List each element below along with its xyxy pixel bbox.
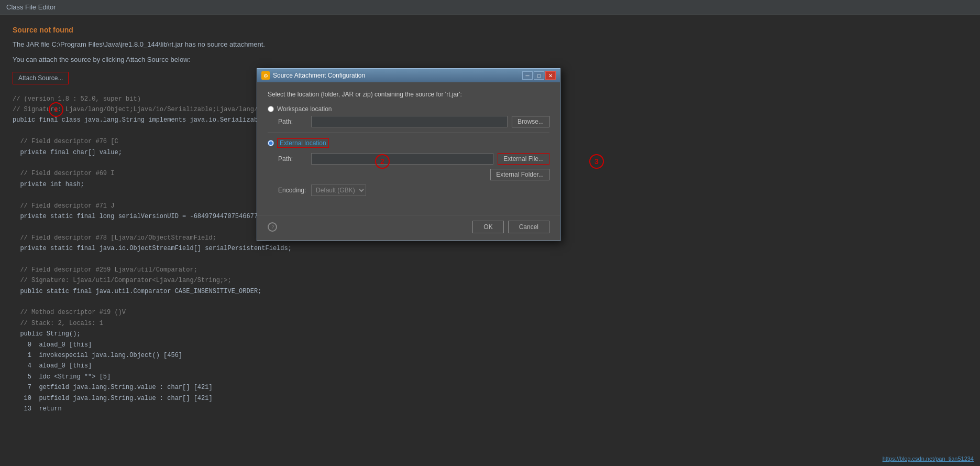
dialog-description: Select the location (folder, JAR or zip)… [268,91,549,98]
workspace-path-row: Path: Browse... [268,116,549,127]
code-line-14: public static final java.util.Comparator… [13,286,967,297]
external-path-label: Path: [278,155,307,162]
dialog-icon: ⚙ [261,71,270,80]
source-attachment-dialog: ⚙ Source Attachment Configuration ─ □ ✕ … [257,68,560,241]
external-location-label: External location [277,138,329,148]
footer-buttons: OK Cancel [472,221,549,233]
section-separator [268,133,549,133]
source-not-found-heading: Source not found [13,26,967,34]
dialog-title-left: ⚙ Source Attachment Configuration [261,71,365,80]
code-line-22: 7 getfield java.lang.String.value : char… [13,382,967,393]
code-line-17: public String(); [13,329,967,339]
attach-source-button[interactable]: Attach Source... [13,72,69,84]
step-badge-3: 3 [589,154,604,169]
dialog-body: Select the location (folder, JAR or zip)… [257,82,560,210]
external-path-row: Path: External File... [268,153,549,165]
external-location-section: External location [268,138,549,148]
code-line-24: 13 return [13,404,967,414]
code-line-11: private static final java.io.ObjectStrea… [13,243,967,254]
dialog-footer: ? OK Cancel [257,215,560,241]
external-radio[interactable] [268,140,274,146]
workspace-path-label: Path: [278,118,307,125]
dialog-close-button[interactable]: ✕ [545,71,556,80]
code-line-19: 1 invokespecial java.lang.Object() [456] [13,350,967,361]
workspace-browse-button[interactable]: Browse... [512,116,549,127]
code-line-12: // Field descriptor #259 Ljava/util/Comp… [13,265,967,275]
ok-button[interactable]: OK [472,221,503,233]
external-folder-button[interactable]: External Folder... [490,169,549,180]
description-line1: The JAR file C:\Program Files\Java\jre1.… [13,39,967,50]
step-badge-2: 2 [375,154,390,169]
encoding-label: Encoding: [278,187,307,194]
window-title: Class File Editor [6,3,56,11]
code-line-15: // Method descriptor #19 ()V [13,307,967,318]
external-file-button[interactable]: External File... [498,153,549,165]
workspace-radio-label: Workspace location [277,105,332,113]
encoding-row: Encoding: Default (GBK) UTF-8 [268,185,549,196]
bottom-link: https://blog.csdn.net/pan_tian51234 [883,456,974,462]
top-bar: Class File Editor [0,0,980,15]
workspace-radio[interactable] [268,106,274,112]
dialog-minimize-button[interactable]: ─ [522,71,533,80]
workspace-section: Workspace location Path: Browse... [268,105,549,127]
dialog-titlebar: ⚙ Source Attachment Configuration ─ □ ✕ [257,69,560,82]
dialog-controls: ─ □ ✕ [522,71,556,80]
workspace-radio-row: Workspace location [268,105,549,113]
code-line-13: // Signature: Ljava/util/Comparator<Ljav… [13,275,967,286]
encoding-select[interactable]: Default (GBK) UTF-8 [311,185,366,196]
code-line-18: 0 aload_0 [this] [13,340,967,350]
code-line-23: 10 putfield java.lang.String.value : cha… [13,393,967,404]
external-path-input[interactable] [311,153,493,165]
dialog-title: Source Attachment Configuration [273,72,365,79]
dialog-maximize-button[interactable]: □ [534,71,544,80]
description-line2: You can attach the source by clicking At… [13,55,967,66]
code-line-16: // Stack: 2, Locals: 1 [13,318,967,329]
workspace-path-input[interactable] [311,116,508,127]
code-line-20: 4 aload_0 [this] [13,361,967,371]
cancel-button[interactable]: Cancel [508,221,549,233]
step-badge-1: 1 [49,102,63,117]
code-line-21: 5 ldc <String ""> [5] [13,372,967,382]
help-icon[interactable]: ? [268,222,277,232]
